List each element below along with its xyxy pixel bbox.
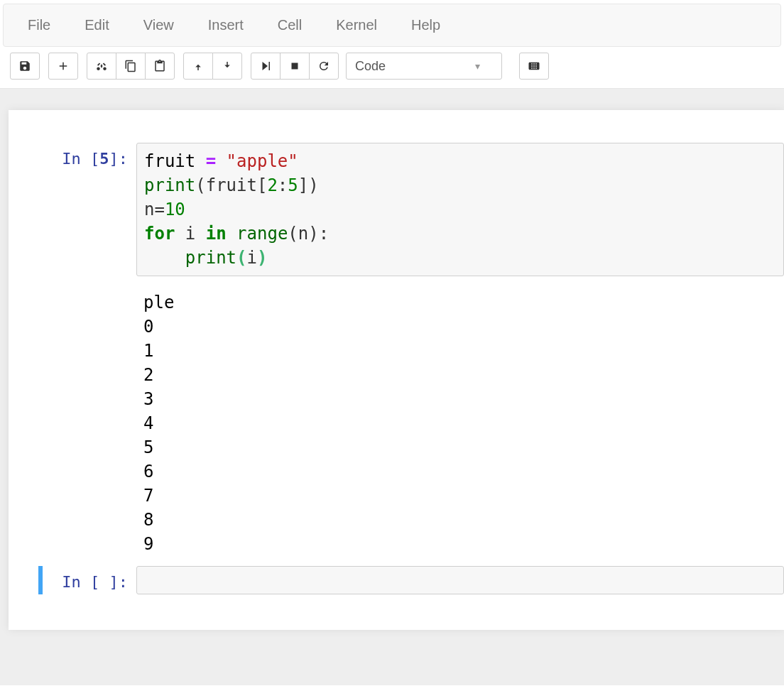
code-cell[interactable]: In [ ]: [9,563,784,597]
insert-cell-button[interactable] [48,53,78,80]
arrow-up-icon [192,60,205,72]
input-prompt: In [5]: [9,143,136,276]
notebook: In [5]: fruit = "apple" print(fruit[2:5]… [9,110,784,630]
interrupt-button[interactable] [280,53,310,80]
copy-icon [124,60,137,72]
save-icon [18,60,31,72]
keyboard-icon [528,60,540,72]
output-prompt [9,286,136,556]
celltype-label: Code [355,59,386,74]
chevron-down-icon: ▾ [475,60,480,72]
restart-button[interactable] [309,53,339,80]
paste-button[interactable] [145,53,175,80]
menu-kernel[interactable]: Kernel [319,4,394,46]
menu-help[interactable]: Help [394,4,457,46]
run-icon [259,60,272,72]
command-palette-button[interactable] [519,53,549,80]
cell-output: ple 0 1 2 3 4 5 6 7 8 9 [136,286,181,556]
menu-insert[interactable]: Insert [191,4,261,46]
copy-button[interactable] [116,53,146,80]
move-down-button[interactable] [212,53,242,80]
paste-icon [153,60,166,72]
toolbar: Code ▾ [0,47,784,89]
stop-icon [288,60,301,72]
restart-icon [317,60,330,72]
code-input[interactable] [136,566,784,594]
move-up-button[interactable] [183,53,213,80]
arrow-down-icon [221,60,234,72]
menu-cell[interactable]: Cell [261,4,319,46]
celltype-select[interactable]: Code ▾ [346,53,502,80]
code-cell[interactable]: In [5]: fruit = "apple" print(fruit[2:5]… [9,140,784,279]
input-prompt: In [ ]: [9,566,136,594]
code-input[interactable]: fruit = "apple" print(fruit[2:5]) n=10 f… [136,143,784,276]
notebook-area: In [5]: fruit = "apple" print(fruit[2:5]… [0,89,784,685]
menu-file[interactable]: File [11,4,67,46]
run-button[interactable] [251,53,281,80]
menu-edit[interactable]: Edit [67,4,126,46]
save-button[interactable] [10,53,40,80]
menu-view[interactable]: View [126,4,191,46]
plus-icon [57,60,70,72]
output-cell: ple 0 1 2 3 4 5 6 7 8 9 [9,283,784,559]
menubar: File Edit View Insert Cell Kernel Help [3,4,781,47]
scissors-icon [95,60,108,72]
cut-button[interactable] [87,53,116,80]
